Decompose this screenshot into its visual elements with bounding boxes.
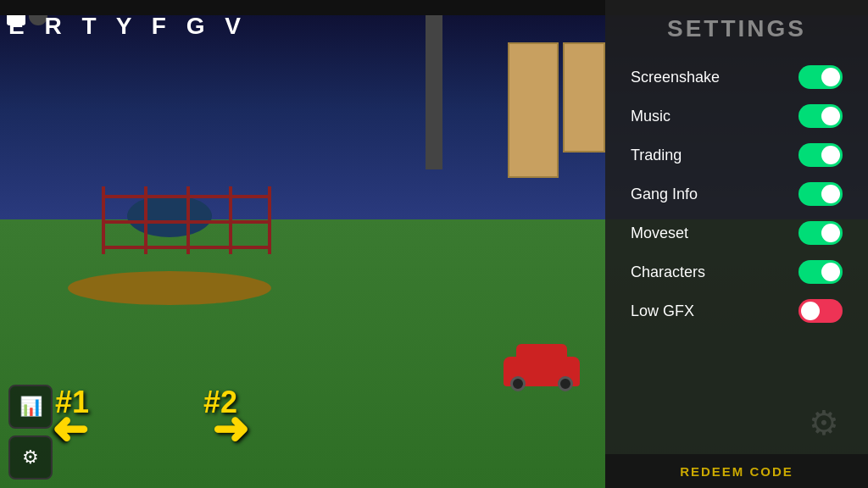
settings-item-label: Trading <box>631 147 682 164</box>
toggle-knob <box>821 68 840 86</box>
bottom-hud: 📊 ⚙ <box>8 385 53 480</box>
toggle-moveset[interactable] <box>798 221 843 245</box>
settings-item: Gang Info <box>631 175 843 214</box>
settings-item-label: Low GFX <box>631 302 694 320</box>
redeem-label: REDEEM CODE <box>680 464 793 479</box>
settings-item: Screenshake <box>631 58 843 97</box>
stats-icon: 📊 <box>19 396 42 418</box>
toggle-knob <box>821 107 840 125</box>
car-red <box>504 340 580 386</box>
settings-title: SETTINGS <box>605 0 868 51</box>
settings-item-label: Moveset <box>631 225 688 242</box>
toggle-knob <box>821 263 840 281</box>
park-area <box>68 169 305 322</box>
settings-item: Moveset <box>631 214 843 252</box>
building-1 <box>508 42 559 178</box>
park-ground <box>68 271 271 305</box>
fence-post-3 <box>186 186 190 254</box>
settings-item: Music <box>631 97 843 136</box>
arrow-2: ➜ <box>212 403 249 454</box>
toggle-knob <box>821 224 840 242</box>
toggle-trading[interactable] <box>798 143 843 167</box>
stats-button[interactable]: 📊 <box>8 385 53 429</box>
settings-button[interactable]: ⚙ <box>8 435 53 480</box>
fence-post-5 <box>268 186 271 254</box>
settings-item-label: Characters <box>631 263 705 281</box>
fence-post-4 <box>229 186 232 254</box>
settings-item-label: Gang Info <box>631 186 698 203</box>
settings-item: Low GFX <box>631 291 843 330</box>
fence <box>102 178 271 263</box>
toggle-low-gfx[interactable] <box>798 299 843 323</box>
tower <box>426 0 442 169</box>
redeem-bar[interactable]: REDEEM CODE <box>605 454 868 488</box>
toggle-screenshake[interactable] <box>798 65 843 89</box>
settings-item-label: Screenshake <box>631 69 720 86</box>
arrow-1: ➜ <box>51 403 88 454</box>
settings-item-label: Music <box>631 108 670 125</box>
settings-list: ScreenshakeMusicTradingGang InfoMovesetC… <box>605 51 868 337</box>
settings-item: Trading <box>631 136 843 175</box>
gear-icon: ⚙ <box>22 446 39 469</box>
buildings-right <box>508 42 605 178</box>
toggle-music[interactable] <box>798 104 843 128</box>
fence-post-1 <box>102 186 105 254</box>
settings-panel: SETTINGS ScreenshakeMusicTradingGang Inf… <box>605 0 868 488</box>
toggle-characters[interactable] <box>798 260 843 284</box>
building-2 <box>563 42 605 152</box>
fence-post-2 <box>144 186 147 254</box>
car-wheel-right <box>558 376 573 391</box>
toggle-knob <box>821 146 840 164</box>
settings-item: Characters <box>631 252 843 291</box>
car-wheel-left <box>510 376 526 391</box>
toggle-knob <box>821 185 840 203</box>
toggle-gang-info[interactable] <box>798 182 843 206</box>
toggle-knob <box>801 302 820 320</box>
settings-gear-decoration: ⚙ <box>809 403 851 446</box>
